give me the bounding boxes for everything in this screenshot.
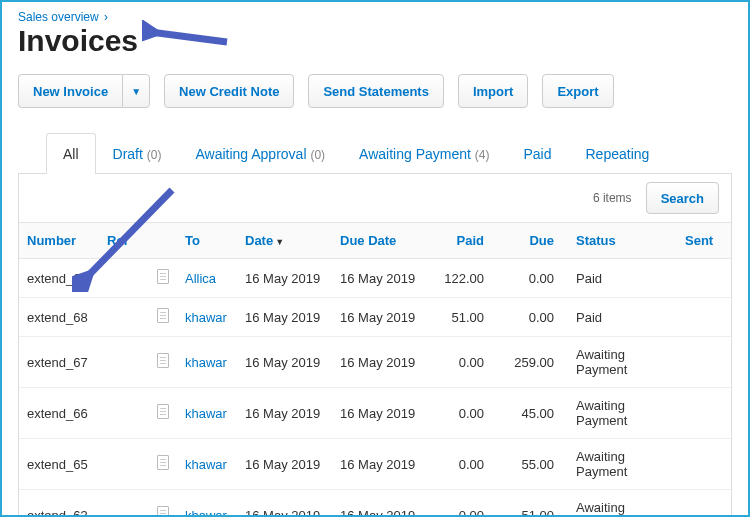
cell-date: 16 May 2019 bbox=[237, 439, 332, 490]
document-icon bbox=[157, 308, 169, 323]
cell-status: Paid bbox=[562, 259, 677, 298]
cell-status: Awaiting Payment bbox=[562, 490, 677, 518]
cell-due: 0.00 bbox=[492, 298, 562, 337]
invoice-panel: 6 items Search Number Ref To Date▼ Due D… bbox=[18, 174, 732, 517]
contact-link[interactable]: khawar bbox=[185, 355, 227, 370]
document-icon bbox=[157, 506, 169, 517]
cell-date: 16 May 2019 bbox=[237, 490, 332, 518]
new-invoice-dropdown-button[interactable]: ▼ bbox=[122, 74, 150, 108]
col-sent[interactable]: Sent bbox=[677, 223, 731, 259]
cell-number: extend_68 bbox=[19, 298, 99, 337]
search-button[interactable]: Search bbox=[646, 182, 719, 214]
tab-awaiting-payment-label: Awaiting Payment bbox=[359, 146, 471, 162]
cell-paid: 0.00 bbox=[427, 337, 492, 388]
table-row[interactable]: extend_66khawar16 May 201916 May 20190.0… bbox=[19, 388, 731, 439]
tab-repeating-label: Repeating bbox=[585, 146, 649, 162]
chevron-down-icon: ▼ bbox=[131, 86, 141, 97]
cell-sent bbox=[677, 337, 731, 388]
sort-desc-icon: ▼ bbox=[275, 237, 284, 247]
cell-ref bbox=[99, 298, 149, 337]
tab-draft-count: (0) bbox=[147, 148, 162, 162]
tab-awaiting-approval-label: Awaiting Approval bbox=[195, 146, 306, 162]
cell-status: Awaiting Payment bbox=[562, 388, 677, 439]
col-to[interactable]: To bbox=[177, 223, 237, 259]
cell-number: extend_67 bbox=[19, 337, 99, 388]
tab-paid[interactable]: Paid bbox=[506, 133, 568, 174]
tab-draft[interactable]: Draft (0) bbox=[96, 133, 179, 174]
table-row[interactable]: extend_63khawar16 May 201916 May 20190.0… bbox=[19, 490, 731, 518]
breadcrumb-parent-link[interactable]: Sales overview bbox=[18, 10, 99, 24]
tab-repeating[interactable]: Repeating bbox=[568, 133, 666, 174]
document-icon bbox=[157, 404, 169, 419]
table-row[interactable]: extend_65khawar16 May 201916 May 20190.0… bbox=[19, 439, 731, 490]
contact-link[interactable]: khawar bbox=[185, 508, 227, 518]
cell-to: khawar bbox=[177, 298, 237, 337]
contact-link[interactable]: khawar bbox=[185, 457, 227, 472]
cell-to: khawar bbox=[177, 388, 237, 439]
send-statements-button[interactable]: Send Statements bbox=[308, 74, 443, 108]
cell-status: Paid bbox=[562, 298, 677, 337]
cell-paid: 51.00 bbox=[427, 298, 492, 337]
tab-draft-label: Draft bbox=[113, 146, 143, 162]
cell-doc bbox=[149, 490, 177, 518]
new-invoice-group: New Invoice ▼ bbox=[18, 74, 150, 108]
toolbar: New Invoice ▼ New Credit Note Send State… bbox=[18, 74, 732, 108]
cell-status: Awaiting Payment bbox=[562, 337, 677, 388]
cell-date: 16 May 2019 bbox=[237, 298, 332, 337]
cell-paid: 0.00 bbox=[427, 490, 492, 518]
tab-all[interactable]: All bbox=[46, 133, 96, 174]
breadcrumb: Sales overview › bbox=[18, 10, 732, 24]
contact-link[interactable]: khawar bbox=[185, 406, 227, 421]
cell-ref bbox=[99, 337, 149, 388]
cell-due: 259.00 bbox=[492, 337, 562, 388]
new-invoice-button[interactable]: New Invoice bbox=[18, 74, 122, 108]
cell-due-date: 16 May 2019 bbox=[332, 337, 427, 388]
import-button[interactable]: Import bbox=[458, 74, 528, 108]
cell-doc bbox=[149, 439, 177, 490]
breadcrumb-separator: › bbox=[104, 10, 108, 24]
table-row[interactable]: extend_67khawar16 May 201916 May 20190.0… bbox=[19, 337, 731, 388]
cell-paid: 0.00 bbox=[427, 388, 492, 439]
cell-due-date: 16 May 2019 bbox=[332, 388, 427, 439]
cell-doc bbox=[149, 298, 177, 337]
tab-awaiting-payment[interactable]: Awaiting Payment (4) bbox=[342, 133, 506, 174]
col-paid[interactable]: Paid bbox=[427, 223, 492, 259]
table-row[interactable]: extend_69Allica16 May 201916 May 2019122… bbox=[19, 259, 731, 298]
cell-doc bbox=[149, 259, 177, 298]
col-doc bbox=[149, 223, 177, 259]
cell-number: extend_69 bbox=[19, 259, 99, 298]
col-due-date[interactable]: Due Date bbox=[332, 223, 427, 259]
tab-awaiting-approval[interactable]: Awaiting Approval (0) bbox=[178, 133, 342, 174]
tabs: All Draft (0) Awaiting Approval (0) Awai… bbox=[18, 132, 732, 174]
cell-number: extend_63 bbox=[19, 490, 99, 518]
page-title: Invoices bbox=[18, 24, 732, 58]
new-credit-note-button[interactable]: New Credit Note bbox=[164, 74, 294, 108]
export-button[interactable]: Export bbox=[542, 74, 613, 108]
contact-link[interactable]: Allica bbox=[185, 271, 216, 286]
document-icon bbox=[157, 269, 169, 284]
contact-link[interactable]: khawar bbox=[185, 310, 227, 325]
col-due[interactable]: Due bbox=[492, 223, 562, 259]
cell-doc bbox=[149, 337, 177, 388]
col-ref[interactable]: Ref bbox=[99, 223, 149, 259]
cell-sent bbox=[677, 259, 731, 298]
tab-awaiting-payment-count: (4) bbox=[475, 148, 490, 162]
cell-date: 16 May 2019 bbox=[237, 259, 332, 298]
col-date-label: Date bbox=[245, 233, 273, 248]
col-number[interactable]: Number bbox=[19, 223, 99, 259]
items-count: 6 items bbox=[593, 191, 632, 205]
cell-due-date: 16 May 2019 bbox=[332, 259, 427, 298]
cell-status: Awaiting Payment bbox=[562, 439, 677, 490]
invoice-table: Number Ref To Date▼ Due Date Paid Due St… bbox=[19, 222, 731, 517]
col-status[interactable]: Status bbox=[562, 223, 677, 259]
cell-ref bbox=[99, 490, 149, 518]
cell-sent bbox=[677, 490, 731, 518]
col-date[interactable]: Date▼ bbox=[237, 223, 332, 259]
cell-ref bbox=[99, 439, 149, 490]
cell-due-date: 16 May 2019 bbox=[332, 490, 427, 518]
cell-due: 51.00 bbox=[492, 490, 562, 518]
cell-sent bbox=[677, 298, 731, 337]
cell-due-date: 16 May 2019 bbox=[332, 298, 427, 337]
cell-ref bbox=[99, 259, 149, 298]
table-row[interactable]: extend_68khawar16 May 201916 May 201951.… bbox=[19, 298, 731, 337]
